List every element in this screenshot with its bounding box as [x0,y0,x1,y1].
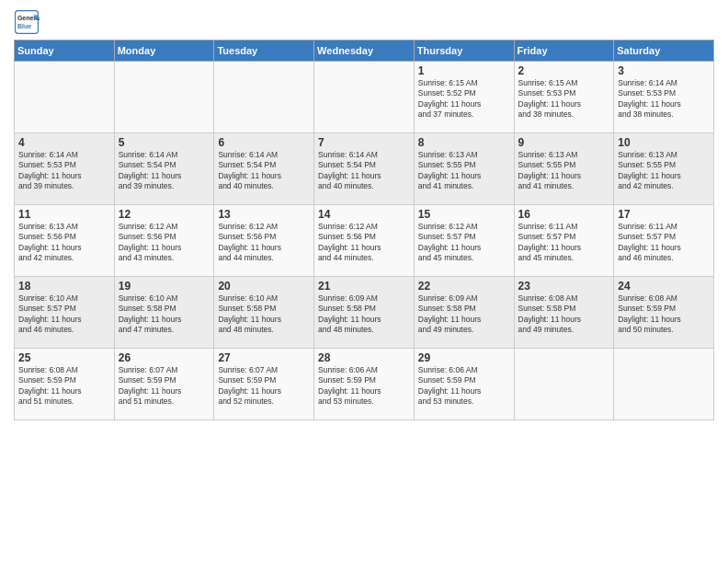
day-number: 1 [418,64,510,77]
day-info: Sunrise: 6:11 AM Sunset: 5:57 PM Dayligh… [618,222,710,264]
day-number: 5 [119,136,210,149]
week-row-5: 25Sunrise: 6:08 AM Sunset: 5:59 PM Dayli… [15,349,714,420]
week-row-4: 18Sunrise: 6:10 AM Sunset: 5:57 PM Dayli… [15,277,714,349]
day-number: 13 [218,208,310,221]
weekday-header-thursday: Thursday [414,40,514,62]
logo-icon: General Blue [14,9,40,35]
day-cell [514,349,614,420]
weekday-header-saturday: Saturday [614,40,714,62]
day-number: 6 [218,136,310,149]
day-number: 11 [18,208,110,221]
day-number: 26 [119,351,210,364]
day-info: Sunrise: 6:14 AM Sunset: 5:54 PM Dayligh… [218,150,310,192]
day-cell: 16Sunrise: 6:11 AM Sunset: 5:57 PM Dayli… [514,205,614,277]
day-cell: 5Sunrise: 6:14 AM Sunset: 5:54 PM Daylig… [114,133,214,205]
weekday-header-tuesday: Tuesday [214,40,314,62]
day-number: 12 [119,208,210,221]
day-cell [614,349,714,420]
day-cell: 23Sunrise: 6:08 AM Sunset: 5:58 PM Dayli… [514,277,614,349]
day-info: Sunrise: 6:09 AM Sunset: 5:58 PM Dayligh… [418,293,510,336]
day-number: 29 [418,351,510,364]
day-number: 2 [518,64,610,77]
day-info: Sunrise: 6:07 AM Sunset: 5:59 PM Dayligh… [218,365,310,408]
day-number: 15 [418,208,510,221]
day-cell: 13Sunrise: 6:12 AM Sunset: 5:56 PM Dayli… [214,205,314,277]
week-row-3: 11Sunrise: 6:13 AM Sunset: 5:56 PM Dayli… [15,205,714,277]
day-number: 19 [119,280,210,293]
svg-rect-0 [16,11,39,34]
day-info: Sunrise: 6:14 AM Sunset: 5:54 PM Dayligh… [318,150,410,192]
weekday-header-monday: Monday [114,40,214,62]
day-info: Sunrise: 6:06 AM Sunset: 5:59 PM Dayligh… [318,365,410,408]
day-info: Sunrise: 6:14 AM Sunset: 5:54 PM Dayligh… [119,150,210,192]
day-number: 20 [218,280,310,293]
day-info: Sunrise: 6:15 AM Sunset: 5:53 PM Dayligh… [518,78,610,121]
day-cell: 29Sunrise: 6:06 AM Sunset: 5:59 PM Dayli… [414,349,514,420]
day-number: 17 [618,208,710,221]
day-info: Sunrise: 6:13 AM Sunset: 5:55 PM Dayligh… [518,150,610,192]
day-info: Sunrise: 6:13 AM Sunset: 5:56 PM Dayligh… [18,222,110,264]
day-info: Sunrise: 6:13 AM Sunset: 5:55 PM Dayligh… [418,150,510,192]
logo: General Blue [14,9,41,35]
day-info: Sunrise: 6:12 AM Sunset: 5:56 PM Dayligh… [318,222,410,264]
day-cell: 2Sunrise: 6:15 AM Sunset: 5:53 PM Daylig… [514,62,614,133]
day-info: Sunrise: 6:08 AM Sunset: 5:59 PM Dayligh… [618,293,710,336]
day-number: 24 [618,280,710,293]
day-info: Sunrise: 6:13 AM Sunset: 5:55 PM Dayligh… [618,150,710,192]
day-number: 21 [318,280,410,293]
day-cell: 7Sunrise: 6:14 AM Sunset: 5:54 PM Daylig… [314,133,415,205]
day-number: 27 [218,351,310,364]
day-info: Sunrise: 6:07 AM Sunset: 5:59 PM Dayligh… [119,365,210,408]
day-number: 9 [518,136,610,149]
main-container: General Blue SundayMondayTuesdayWednesda… [0,0,728,428]
day-cell: 6Sunrise: 6:14 AM Sunset: 5:54 PM Daylig… [214,133,314,205]
header: General Blue [14,9,714,35]
day-cell: 19Sunrise: 6:10 AM Sunset: 5:58 PM Dayli… [114,277,214,349]
day-info: Sunrise: 6:10 AM Sunset: 5:57 PM Dayligh… [18,293,110,336]
day-info: Sunrise: 6:11 AM Sunset: 5:57 PM Dayligh… [518,222,610,264]
day-cell [214,62,314,133]
weekday-header-row: SundayMondayTuesdayWednesdayThursdayFrid… [15,40,714,62]
week-row-1: 1Sunrise: 6:15 AM Sunset: 5:52 PM Daylig… [15,62,714,133]
day-info: Sunrise: 6:08 AM Sunset: 5:59 PM Dayligh… [18,365,110,408]
day-number: 10 [618,136,710,149]
day-cell: 9Sunrise: 6:13 AM Sunset: 5:55 PM Daylig… [514,133,614,205]
day-cell: 27Sunrise: 6:07 AM Sunset: 5:59 PM Dayli… [214,349,314,420]
week-row-2: 4Sunrise: 6:14 AM Sunset: 5:53 PM Daylig… [15,133,714,205]
day-info: Sunrise: 6:10 AM Sunset: 5:58 PM Dayligh… [119,293,210,336]
day-cell [114,62,214,133]
day-cell: 4Sunrise: 6:14 AM Sunset: 5:53 PM Daylig… [15,133,115,205]
weekday-header-wednesday: Wednesday [314,40,415,62]
day-cell: 14Sunrise: 6:12 AM Sunset: 5:56 PM Dayli… [314,205,415,277]
day-info: Sunrise: 6:08 AM Sunset: 5:58 PM Dayligh… [518,293,610,336]
day-cell: 1Sunrise: 6:15 AM Sunset: 5:52 PM Daylig… [414,62,514,133]
day-info: Sunrise: 6:10 AM Sunset: 5:58 PM Dayligh… [218,293,310,336]
day-cell: 21Sunrise: 6:09 AM Sunset: 5:58 PM Dayli… [314,277,415,349]
day-cell: 22Sunrise: 6:09 AM Sunset: 5:58 PM Dayli… [414,277,514,349]
calendar-table: SundayMondayTuesdayWednesdayThursdayFrid… [14,40,714,420]
day-number: 4 [18,136,110,149]
day-cell: 17Sunrise: 6:11 AM Sunset: 5:57 PM Dayli… [614,205,714,277]
day-info: Sunrise: 6:12 AM Sunset: 5:56 PM Dayligh… [119,222,210,264]
day-number: 3 [618,64,710,77]
day-info: Sunrise: 6:14 AM Sunset: 5:53 PM Dayligh… [18,150,110,192]
day-number: 8 [418,136,510,149]
day-info: Sunrise: 6:12 AM Sunset: 5:56 PM Dayligh… [218,222,310,264]
day-cell: 25Sunrise: 6:08 AM Sunset: 5:59 PM Dayli… [15,349,115,420]
day-cell: 20Sunrise: 6:10 AM Sunset: 5:58 PM Dayli… [214,277,314,349]
day-info: Sunrise: 6:12 AM Sunset: 5:57 PM Dayligh… [418,222,510,264]
day-cell: 11Sunrise: 6:13 AM Sunset: 5:56 PM Dayli… [15,205,115,277]
day-number: 7 [318,136,410,149]
day-cell [15,62,115,133]
day-cell [314,62,415,133]
day-cell: 28Sunrise: 6:06 AM Sunset: 5:59 PM Dayli… [314,349,415,420]
day-info: Sunrise: 6:06 AM Sunset: 5:59 PM Dayligh… [418,365,510,408]
day-number: 28 [318,351,410,364]
day-cell: 12Sunrise: 6:12 AM Sunset: 5:56 PM Dayli… [114,205,214,277]
day-info: Sunrise: 6:15 AM Sunset: 5:52 PM Dayligh… [418,78,510,121]
day-number: 23 [518,280,610,293]
day-cell: 15Sunrise: 6:12 AM Sunset: 5:57 PM Dayli… [414,205,514,277]
day-info: Sunrise: 6:09 AM Sunset: 5:58 PM Dayligh… [318,293,410,336]
weekday-header-sunday: Sunday [15,40,115,62]
weekday-header-friday: Friday [514,40,614,62]
